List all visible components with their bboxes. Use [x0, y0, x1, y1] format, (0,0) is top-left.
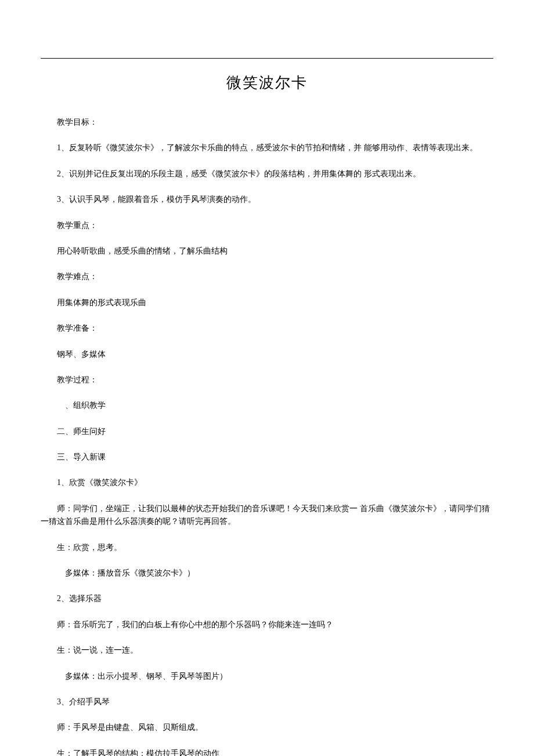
step-1-teacher: 师：同学们，坐端正，让我们以最棒的状态开始我们的音乐课吧！今天我们来欣赏一 首乐…: [41, 502, 493, 529]
goal-2: 2、识别并记住反复出现的乐段主题，感受《微笑波尔卡》的段落结构，并用集体舞的 形…: [41, 168, 493, 180]
goal-1: 1、反复聆听《微笑波尔卡》，了解波尔卡乐曲的特点，感受波尔卡的节拍和情绪，并 能…: [41, 142, 493, 154]
step-3-label: 3、介绍手风琴: [41, 696, 493, 708]
step-3-teacher: 师：手风琴是由键盘、风箱、贝斯组成。: [41, 721, 493, 734]
process-item-1: 、组织教学: [41, 399, 493, 412]
process-item-2: 二、师生问好: [41, 425, 493, 438]
document-title: 微笑波尔卡: [41, 73, 493, 93]
goal-3: 3、认识手风琴，能跟着音乐，模仿手风琴演奏的动作。: [41, 193, 493, 206]
horizontal-rule: [41, 58, 493, 59]
goals-label: 教学目标：: [41, 116, 493, 129]
prep-label: 教学准备：: [41, 322, 493, 335]
step-2-media: 多媒体：出示小提琴、钢琴、手风琴等图片）: [41, 670, 493, 683]
focus-content: 用心聆听歌曲，感受乐曲的情绪，了解乐曲结构: [41, 245, 493, 258]
step-2-teacher: 师：音乐听完了，我们的白板上有你心中想的那个乐器吗？你能来连一连吗？: [41, 618, 493, 631]
process-item-3: 三、导入新课: [41, 451, 493, 464]
step-3-student: 生：了解手风琴的结构；模仿拉手风琴的动作: [41, 747, 493, 756]
difficulty-label: 教学难点：: [41, 270, 493, 283]
focus-label: 教学重点：: [41, 219, 493, 232]
step-1-label: 1、欣赏《微笑波尔卡》: [41, 476, 493, 489]
prep-content: 钢琴、多媒体: [41, 348, 493, 361]
step-1-student: 生：欣赏，思考。: [41, 541, 493, 554]
step-2-label: 2、选择乐器: [41, 592, 493, 605]
difficulty-content: 用集体舞的形式表现乐曲: [41, 296, 493, 309]
process-label: 教学过程：: [41, 374, 493, 386]
step-1-media: 多媒体：播放音乐《微笑波尔卡》）: [41, 567, 493, 580]
step-2-student: 生：说一说，连一连。: [41, 644, 493, 657]
goal-1-text: 1、反复聆听《微笑波尔卡》，了解波尔卡乐曲的特点，感受波尔卡的节拍和情绪，并 能…: [57, 143, 478, 152]
